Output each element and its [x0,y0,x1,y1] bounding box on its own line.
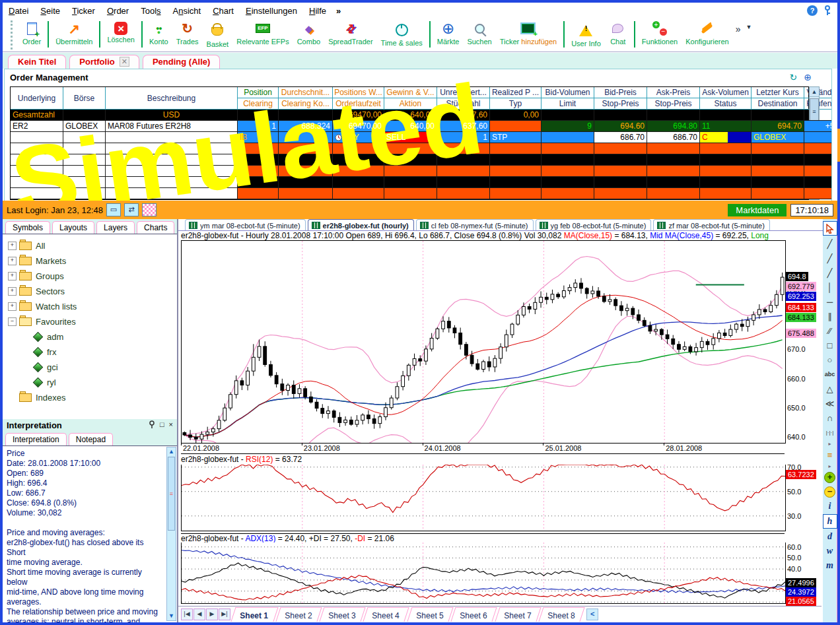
menu-chart[interactable]: Chart [207,4,240,18]
cell[interactable] [752,143,804,154]
tree-item-groups[interactable]: +Groups [3,269,177,284]
sheet-nav-next[interactable]: ▶ [206,609,218,620]
rectangle-tool[interactable]: □ [823,339,837,352]
basket-button[interactable]: Basket [203,18,233,48]
expand-icon[interactable]: + [8,257,17,265]
channel-tool[interactable]: ≪ [823,397,837,410]
cell[interactable] [647,166,700,177]
window-border-right[interactable] [837,0,840,625]
timesales-button[interactable]: Time & sales [377,18,427,47]
cell[interactable] [647,143,700,154]
chart-tab[interactable]: zf mar 08-ecbot-fut (5-minute) [653,219,770,230]
price-chart[interactable] [181,240,786,444]
cell[interactable] [542,177,594,188]
column-header-bottom[interactable]: Stop-Preis [594,98,647,110]
interval-hourly[interactable]: h [823,514,837,529]
userinfo-button[interactable]: User Info [567,18,605,48]
trendline-tool[interactable]: ╱ [823,237,837,250]
cell[interactable] [490,166,542,177]
column-header-bottom[interactable]: Typ [490,98,542,110]
trades-button[interactable]: Trades [172,18,203,46]
order-button[interactable]: Order [18,18,45,46]
maximize-icon[interactable]: □ [160,420,164,430]
page-tab-portfolio[interactable]: Portfolio✕ [69,55,139,69]
cell[interactable]: Gesamtzahl [11,110,63,121]
interval-weekly[interactable]: w [823,544,837,558]
restore-window-button[interactable]: ▭ [106,203,121,216]
zoom-out-button[interactable] [823,485,837,498]
cell[interactable]: C [700,132,752,143]
zoom-in-button[interactable] [823,471,837,484]
tree-item-sectors[interactable]: +Sectors [3,284,177,299]
cell[interactable] [647,110,700,121]
cell[interactable] [804,188,832,199]
vertical-line-tool[interactable]: │ [823,280,837,294]
column-header-top[interactable]: Ask-Preis [647,87,700,98]
page-tab-pending-alle-[interactable]: Pending (Alle) [143,55,220,69]
cell[interactable]: 686.70 [594,132,647,143]
cell[interactable] [752,177,804,188]
tree-item-favourites[interactable]: −Favourites [3,314,177,329]
cell[interactable] [542,154,594,166]
column-header-top[interactable]: Bid-Preis [594,87,647,98]
column-header-top[interactable]: Ask-Volumen [700,87,752,98]
cell[interactable] [542,188,594,199]
window-scroll-thumb[interactable] [837,129,840,162]
column-header-top[interactable]: Realized P ... [490,87,542,98]
cell[interactable] [700,110,752,121]
tree-item-adm[interactable]: adm [3,329,177,345]
globe-icon[interactable]: ⊕ [804,72,812,82]
arc-tool[interactable]: ∩ [823,411,837,424]
pin-icon[interactable] [149,420,155,428]
scroll-up-icon[interactable]: ▲ [167,447,176,456]
expand-icon[interactable]: + [8,302,17,311]
cell[interactable]: 694.60 [594,121,647,132]
indicator-lines-icon[interactable]: ≡ [823,448,837,461]
cell[interactable] [647,188,700,199]
tab-close-icon[interactable]: ✕ [120,57,129,67]
tab-symbols[interactable]: Symbols [5,221,50,234]
tab-layers[interactable]: Layers [96,221,135,234]
sheet-tab-6[interactable]: Sheet 6 [451,607,498,622]
interval-intraday[interactable]: i [823,500,837,513]
menu-hilfe[interactable]: Hilfe [303,4,332,18]
cell[interactable] [594,166,647,177]
collapse-icon[interactable]: − [8,317,17,326]
sheet-nav-prev[interactable]: ◀ [193,609,205,620]
scroll-up-icon[interactable]: ▲ [810,87,819,97]
tree-item-all[interactable]: +All [3,238,177,253]
cell[interactable] [490,143,542,154]
sheet-tab-7[interactable]: Sheet 7 [495,607,542,622]
expand-icon[interactable]: + [8,272,17,280]
konfigurieren-button[interactable]: Konfigurieren [682,18,732,46]
adx-chart[interactable] [181,543,786,604]
cell[interactable] [804,143,832,154]
menu-ansicht[interactable]: Ansicht [167,4,207,18]
menu-overflow-chevron[interactable]: » [332,4,345,18]
tab-interpretation[interactable]: Interpretation [5,433,67,445]
cell[interactable] [594,143,647,154]
cell[interactable] [804,132,832,143]
column-header[interactable]: Underlying [11,87,63,110]
tree-item-ryl[interactable]: ryl [3,375,177,390]
sheet-tab-3[interactable]: Sheet 3 [319,607,366,622]
interpretation-scrollbar[interactable]: ▲ ≡ ▼ [166,447,176,621]
cell[interactable] [542,166,594,177]
cell[interactable] [594,188,647,199]
cell[interactable]: 686.70 [647,132,700,143]
refresh-icon[interactable]: ↻ [790,72,798,82]
column-header-bottom[interactable]: Status [700,98,752,110]
ellipse-tool[interactable]: ○ [823,353,837,366]
cell[interactable] [594,110,647,121]
funktionen-button[interactable]: Funktionen [638,18,682,46]
cell[interactable] [490,121,542,132]
cell[interactable] [700,154,752,166]
scrollbar-thumb[interactable]: ≡ [168,457,175,531]
cell[interactable] [700,143,752,154]
cell[interactable] [752,166,804,177]
cell[interactable] [804,166,832,177]
page-tab-kein-titel[interactable]: Kein Titel [8,55,66,69]
sheet-tab-5[interactable]: Sheet 5 [407,607,454,622]
addticker-button[interactable]: Ticker hinzufügen [496,18,561,46]
sheet-nav-last[interactable]: ▶| [219,609,230,620]
